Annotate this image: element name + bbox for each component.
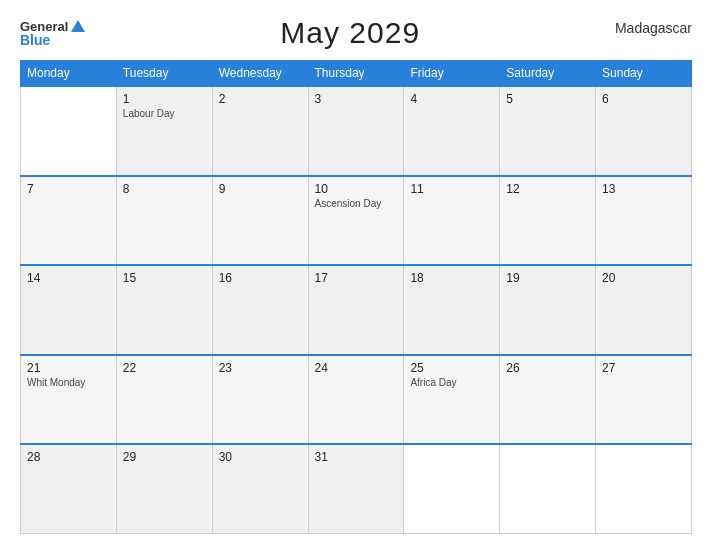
day-number: 11 xyxy=(410,182,493,196)
day-number: 16 xyxy=(219,271,302,285)
day-number: 10 xyxy=(315,182,398,196)
calendar-week-1: 1Labour Day23456 xyxy=(21,86,692,176)
calendar-cell xyxy=(21,86,117,176)
day-number: 26 xyxy=(506,361,589,375)
day-number: 22 xyxy=(123,361,206,375)
calendar-cell: 18 xyxy=(404,265,500,355)
day-number: 9 xyxy=(219,182,302,196)
calendar-cell: 12 xyxy=(500,176,596,266)
logo-blue-text: Blue xyxy=(20,33,85,47)
calendar-cell: 22 xyxy=(116,355,212,445)
day-number: 5 xyxy=(506,92,589,106)
calendar-cell: 3 xyxy=(308,86,404,176)
calendar-week-5: 28293031 xyxy=(21,444,692,534)
calendar-cell: 2 xyxy=(212,86,308,176)
day-number: 18 xyxy=(410,271,493,285)
day-number: 2 xyxy=(219,92,302,106)
calendar-cell: 29 xyxy=(116,444,212,534)
day-number: 20 xyxy=(602,271,685,285)
calendar-cell: 11 xyxy=(404,176,500,266)
day-number: 12 xyxy=(506,182,589,196)
calendar-cell: 1Labour Day xyxy=(116,86,212,176)
day-number: 31 xyxy=(315,450,398,464)
logo-general-text: General xyxy=(20,20,85,33)
day-number: 24 xyxy=(315,361,398,375)
day-number: 1 xyxy=(123,92,206,106)
column-header-monday: Monday xyxy=(21,61,117,87)
calendar-table: MondayTuesdayWednesdayThursdayFridaySatu… xyxy=(20,60,692,534)
day-number: 13 xyxy=(602,182,685,196)
day-number: 30 xyxy=(219,450,302,464)
day-number: 27 xyxy=(602,361,685,375)
calendar-week-2: 78910Ascension Day111213 xyxy=(21,176,692,266)
day-number: 21 xyxy=(27,361,110,375)
day-number: 4 xyxy=(410,92,493,106)
page-header: General Blue May 2029 Madagascar xyxy=(20,16,692,50)
calendar-cell: 25Africa Day xyxy=(404,355,500,445)
calendar-cell xyxy=(596,444,692,534)
day-number: 6 xyxy=(602,92,685,106)
calendar-cell: 28 xyxy=(21,444,117,534)
calendar-cell xyxy=(500,444,596,534)
calendar-cell: 9 xyxy=(212,176,308,266)
holiday-label: Ascension Day xyxy=(315,198,398,209)
calendar-cell: 15 xyxy=(116,265,212,355)
calendar-cell: 4 xyxy=(404,86,500,176)
calendar-cell: 17 xyxy=(308,265,404,355)
calendar-title: May 2029 xyxy=(280,16,420,50)
calendar-cell: 21Whit Monday xyxy=(21,355,117,445)
holiday-label: Africa Day xyxy=(410,377,493,388)
calendar-cell: 5 xyxy=(500,86,596,176)
calendar-cell: 27 xyxy=(596,355,692,445)
calendar-cell: 14 xyxy=(21,265,117,355)
day-number: 28 xyxy=(27,450,110,464)
column-header-friday: Friday xyxy=(404,61,500,87)
calendar-cell: 13 xyxy=(596,176,692,266)
column-header-saturday: Saturday xyxy=(500,61,596,87)
calendar-cell: 24 xyxy=(308,355,404,445)
column-header-thursday: Thursday xyxy=(308,61,404,87)
day-number: 19 xyxy=(506,271,589,285)
column-header-sunday: Sunday xyxy=(596,61,692,87)
day-number: 17 xyxy=(315,271,398,285)
calendar-cell: 19 xyxy=(500,265,596,355)
logo: General Blue xyxy=(20,20,85,47)
column-header-wednesday: Wednesday xyxy=(212,61,308,87)
holiday-label: Labour Day xyxy=(123,108,206,119)
calendar-cell: 23 xyxy=(212,355,308,445)
day-number: 25 xyxy=(410,361,493,375)
calendar-cell xyxy=(404,444,500,534)
day-number: 14 xyxy=(27,271,110,285)
country-label: Madagascar xyxy=(615,20,692,36)
day-number: 7 xyxy=(27,182,110,196)
calendar-cell: 26 xyxy=(500,355,596,445)
day-number: 15 xyxy=(123,271,206,285)
day-number: 29 xyxy=(123,450,206,464)
day-number: 3 xyxy=(315,92,398,106)
calendar-cell: 31 xyxy=(308,444,404,534)
calendar-cell: 8 xyxy=(116,176,212,266)
day-number: 23 xyxy=(219,361,302,375)
calendar-cell: 7 xyxy=(21,176,117,266)
day-number: 8 xyxy=(123,182,206,196)
calendar-cell: 20 xyxy=(596,265,692,355)
calendar-cell: 6 xyxy=(596,86,692,176)
calendar-cell: 10Ascension Day xyxy=(308,176,404,266)
calendar-cell: 30 xyxy=(212,444,308,534)
calendar-week-4: 21Whit Monday22232425Africa Day2627 xyxy=(21,355,692,445)
calendar-cell: 16 xyxy=(212,265,308,355)
calendar-header-row: MondayTuesdayWednesdayThursdayFridaySatu… xyxy=(21,61,692,87)
column-header-tuesday: Tuesday xyxy=(116,61,212,87)
holiday-label: Whit Monday xyxy=(27,377,110,388)
logo-triangle-icon xyxy=(71,20,85,32)
calendar-week-3: 14151617181920 xyxy=(21,265,692,355)
